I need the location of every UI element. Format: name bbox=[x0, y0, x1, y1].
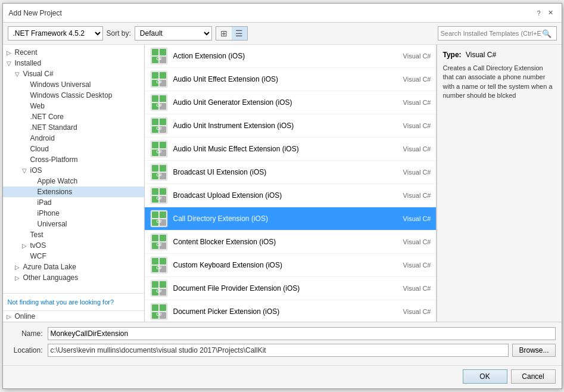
svg-rect-38 bbox=[160, 188, 166, 195]
sidebar-item-other-languages[interactable]: ▷ Other Languages bbox=[3, 272, 144, 283]
arrow-icon: ▷ bbox=[7, 313, 15, 320]
sidebar-item-windows-classic[interactable]: Windows Classic Desktop bbox=[3, 90, 144, 101]
svg-rect-44 bbox=[160, 211, 166, 218]
sidebar-item-tvos[interactable]: ▷ tvOS bbox=[3, 240, 144, 251]
sidebar-item-extensions[interactable]: Extensions bbox=[3, 186, 144, 197]
left-panel: ▷ Recent ▽ Installed ▽ Visual C# Windows… bbox=[3, 45, 145, 322]
project-name: Broadcast Upload Extension (iOS) bbox=[173, 191, 389, 200]
sidebar-item-net-core[interactable]: .NET Core bbox=[3, 111, 144, 122]
project-name: Document Picker Extension (iOS) bbox=[173, 307, 389, 316]
svg-text:C#: C# bbox=[156, 242, 161, 247]
arrow-icon bbox=[29, 189, 38, 195]
sort-select[interactable]: Default bbox=[135, 26, 212, 41]
svg-rect-49 bbox=[152, 235, 158, 241]
sidebar-item-iphone[interactable]: iPhone bbox=[3, 208, 144, 219]
sidebar-item-recent[interactable]: ▷ Recent bbox=[3, 47, 144, 58]
arrow-icon: ▽ bbox=[22, 167, 30, 174]
project-name: Document File Provider Extension (iOS) bbox=[173, 284, 389, 293]
project-name: Broadcast UI Extension (iOS) bbox=[173, 168, 389, 176]
project-icon: C# bbox=[149, 232, 169, 251]
browse-button[interactable]: Browse... bbox=[512, 344, 555, 357]
list-view-button[interactable]: ☰ bbox=[232, 27, 247, 40]
project-item[interactable]: C# Audio Unit Effect Extension (iOS)Visu… bbox=[145, 68, 436, 91]
arrow-icon bbox=[22, 92, 30, 99]
sidebar-item-test[interactable]: Test bbox=[3, 229, 144, 240]
svg-rect-13 bbox=[152, 95, 158, 102]
project-icon: C# bbox=[149, 70, 169, 89]
svg-text:C#: C# bbox=[156, 103, 161, 107]
project-item[interactable]: C# Custom Keyboard Extension (iOS)Visual… bbox=[145, 254, 436, 277]
project-item[interactable]: C# Call Directory Extension (iOS)Visual … bbox=[145, 207, 436, 231]
sidebar-item-installed[interactable]: ▽ Installed bbox=[3, 58, 144, 69]
project-item[interactable]: C# Document Picker Extension (iOS)Visual… bbox=[145, 300, 436, 322]
arrow-icon: ▷ bbox=[22, 242, 30, 249]
svg-text:C#: C# bbox=[156, 126, 161, 130]
location-input[interactable] bbox=[48, 344, 509, 357]
cancel-button[interactable]: Cancel bbox=[511, 369, 556, 384]
project-icon: C# bbox=[149, 302, 169, 321]
framework-select[interactable]: .NET Framework 4.5.2 bbox=[8, 26, 103, 41]
arrow-icon bbox=[22, 114, 30, 120]
sidebar-item-visual-c[interactable]: ▽ Visual C# bbox=[3, 69, 144, 79]
sort-label: Sort by: bbox=[107, 29, 131, 38]
sidebar-item-web[interactable]: Web bbox=[3, 101, 144, 111]
svg-rect-68 bbox=[160, 304, 166, 311]
project-item[interactable]: C# Broadcast Upload Extension (iOS)Visua… bbox=[145, 184, 436, 207]
project-name: Audio Unit Music Effect Extension (iOS) bbox=[173, 145, 389, 153]
svg-text:C#: C# bbox=[156, 266, 161, 270]
project-item[interactable]: C# Audio Unit Music Effect Extension (iO… bbox=[145, 138, 436, 161]
arrow-icon: ▽ bbox=[7, 60, 15, 67]
svg-rect-20 bbox=[160, 119, 166, 125]
help-button[interactable]: ? bbox=[534, 8, 544, 18]
grid-view-button[interactable]: ⊞ bbox=[216, 27, 232, 40]
project-item[interactable]: C# Broadcast UI Extension (iOS)Visual C# bbox=[145, 161, 436, 184]
sidebar-item-ios[interactable]: ▽ iOS bbox=[3, 165, 144, 176]
project-item[interactable]: C# Audio Unit Generator Extension (iOS)V… bbox=[145, 91, 436, 114]
svg-rect-26 bbox=[160, 142, 166, 148]
close-button[interactable]: ✕ bbox=[546, 8, 556, 18]
sidebar-item-net-standard[interactable]: .NET Standard bbox=[3, 122, 144, 133]
project-item[interactable]: C# Document File Provider Extension (iOS… bbox=[145, 277, 436, 300]
type-value: Visual C# bbox=[466, 51, 496, 59]
arrow-icon: ▷ bbox=[15, 275, 23, 281]
sidebar-item-universal[interactable]: Universal bbox=[3, 219, 144, 229]
not-finding-link[interactable]: Not finding what you are looking for? bbox=[3, 293, 144, 310]
sidebar-item-ipad[interactable]: iPad bbox=[3, 197, 144, 208]
project-item[interactable]: C# Action Extension (iOS)Visual C# bbox=[145, 45, 436, 68]
sidebar-item-azure-data-lake[interactable]: ▷ Azure Data Lake bbox=[3, 262, 144, 272]
sidebar-item-online[interactable]: ▷ Online bbox=[3, 310, 144, 322]
arrow-icon: ▷ bbox=[7, 49, 15, 56]
project-icon: C# bbox=[149, 116, 169, 135]
arrow-icon bbox=[22, 103, 30, 110]
svg-rect-55 bbox=[152, 258, 158, 265]
arrow-icon bbox=[22, 82, 30, 88]
arrow-icon bbox=[22, 253, 30, 260]
name-row: Name: bbox=[9, 327, 556, 340]
project-name: Audio Unit Generator Extension (iOS) bbox=[173, 98, 389, 107]
svg-rect-14 bbox=[160, 95, 166, 102]
svg-text:C#: C# bbox=[156, 219, 161, 223]
sidebar-item-apple-watch[interactable]: Apple Watch bbox=[3, 176, 144, 186]
name-input[interactable] bbox=[48, 327, 556, 340]
project-name: Custom Keyboard Extension (iOS) bbox=[173, 261, 389, 269]
sidebar-item-windows-universal[interactable]: Windows Universal bbox=[3, 79, 144, 90]
project-item[interactable]: C# Content Blocker Extension (iOS)Visual… bbox=[145, 231, 436, 254]
project-name: Audio Unit Instrument Extension (iOS) bbox=[173, 122, 389, 130]
sidebar-item-android[interactable]: Android bbox=[3, 133, 144, 144]
arrow-icon bbox=[29, 178, 38, 185]
project-item[interactable]: C# Audio Unit Instrument Extension (iOS)… bbox=[145, 114, 436, 138]
sidebar-item-cloud[interactable]: Cloud bbox=[3, 144, 144, 154]
svg-text:C#: C# bbox=[156, 173, 161, 177]
project-icon: C# bbox=[149, 186, 169, 205]
svg-text:C#: C# bbox=[156, 312, 161, 316]
search-icon: 🔍 bbox=[542, 29, 551, 38]
search-input[interactable] bbox=[441, 30, 542, 37]
sidebar-item-wcf[interactable]: WCF bbox=[3, 251, 144, 262]
svg-rect-43 bbox=[152, 211, 158, 218]
arrow-icon bbox=[29, 221, 38, 228]
arrow-icon bbox=[22, 232, 30, 238]
sidebar-item-cross-platform[interactable]: Cross-Platform bbox=[3, 154, 144, 165]
svg-rect-1 bbox=[152, 49, 158, 55]
project-icon: C# bbox=[149, 209, 169, 228]
ok-button[interactable]: OK bbox=[463, 369, 507, 384]
